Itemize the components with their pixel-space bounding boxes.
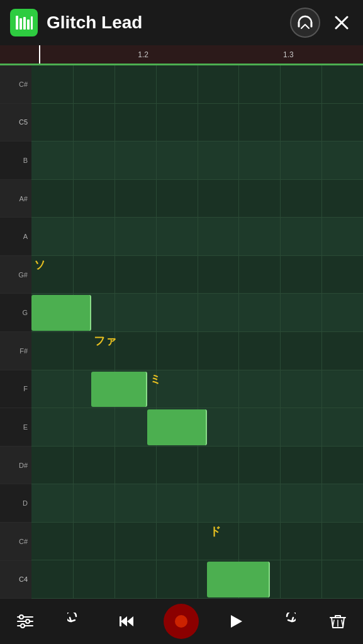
timeline-marker-2: 1.3 — [283, 50, 294, 59]
mixer-button[interactable] — [11, 608, 39, 635]
key-gsharp[interactable]: G# — [0, 256, 31, 294]
magnet-button[interactable] — [290, 8, 320, 38]
note-0[interactable] — [31, 295, 91, 331]
svg-rect-3 — [27, 19, 30, 30]
note-2[interactable] — [147, 409, 207, 445]
svg-marker-15 — [121, 616, 127, 626]
grid-vline-3 — [156, 65, 157, 599]
redo-button[interactable] — [273, 608, 301, 635]
keys-column: C# C5 B A# A G# G F# F E D# D C# C4 — [0, 65, 31, 599]
playhead — [39, 45, 40, 64]
svg-point-12 — [20, 615, 23, 619]
key-f[interactable]: F — [0, 370, 31, 409]
key-d[interactable]: D — [0, 484, 31, 523]
key-csharp-low[interactable]: C# — [0, 523, 31, 561]
undo-button[interactable] — [62, 608, 90, 635]
svg-rect-1 — [20, 18, 22, 30]
grid-vline-2 — [114, 65, 115, 599]
grid-vline-7 — [321, 65, 322, 599]
key-g[interactable]: G — [0, 294, 31, 332]
key-c4[interactable]: C4 — [0, 561, 31, 599]
grid-vline-1 — [73, 65, 74, 599]
bottom-toolbar — [0, 599, 363, 644]
grid-area[interactable]: ソファミド — [31, 65, 363, 599]
key-dsharp[interactable]: D# — [0, 447, 31, 485]
app-icon — [10, 9, 38, 36]
svg-rect-4 — [31, 16, 33, 30]
grid-vline-4 — [198, 65, 198, 599]
note-1[interactable] — [91, 372, 148, 408]
key-c5[interactable]: C5 — [0, 104, 31, 142]
piano-roll: C# C5 B A# A G# G F# F E D# D C# C4 ソファミ… — [0, 65, 363, 599]
record-button[interactable] — [164, 604, 199, 639]
timeline-inner: 1.2 1.3 — [0, 45, 363, 64]
key-a[interactable]: A — [0, 218, 31, 256]
svg-rect-0 — [16, 16, 18, 30]
svg-point-13 — [26, 619, 30, 623]
timeline-bar[interactable]: 1.2 1.3 — [0, 45, 363, 65]
grid-vline-6 — [280, 65, 281, 599]
header: Glitch Lead — [0, 0, 363, 45]
svg-point-14 — [21, 624, 25, 628]
grid-vline-5 — [238, 65, 239, 599]
svg-rect-2 — [23, 17, 26, 30]
key-b[interactable]: B — [0, 142, 31, 180]
key-e[interactable]: E — [0, 408, 31, 447]
note-3[interactable] — [207, 562, 270, 597]
timeline-marker-1: 1.2 — [138, 50, 148, 59]
svg-point-18 — [175, 615, 187, 628]
svg-marker-19 — [231, 615, 242, 628]
close-button[interactable] — [330, 11, 353, 34]
clear-button[interactable] — [324, 608, 352, 635]
play-button[interactable] — [222, 608, 250, 635]
key-csharp-high[interactable]: C# — [0, 65, 31, 104]
svg-rect-17 — [120, 616, 121, 626]
svg-marker-16 — [127, 616, 133, 626]
key-fsharp[interactable]: F# — [0, 332, 31, 370]
app-title: Glitch Lead — [47, 13, 290, 33]
rewind-button[interactable] — [113, 608, 141, 635]
key-asharp[interactable]: A# — [0, 180, 31, 218]
